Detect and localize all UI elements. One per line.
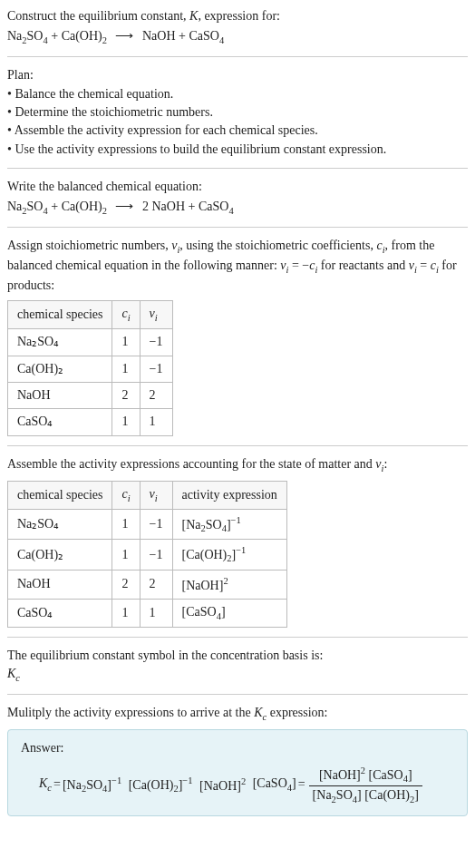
plan-title: Plan: <box>7 66 468 84</box>
table-row: Ca(OH)₂1−1 <box>8 356 173 382</box>
intro-section: Construct the equilibrium constant, K, e… <box>7 7 468 47</box>
activity-table: chemical species ci νi activity expressi… <box>7 481 287 628</box>
stoich-table: chemical species ci νi Na₂SO₄1−1 Ca(OH)₂… <box>7 300 173 435</box>
divider <box>7 56 468 57</box>
plan-bullet-2: • Determine the stoichiometric numbers. <box>7 103 468 122</box>
k-symbol: K <box>189 9 198 23</box>
species-products: NaOH + CaSO4 <box>142 29 224 43</box>
species-products: 2 NaOH + CaSO4 <box>142 200 234 213</box>
col-ci: ci <box>112 481 140 509</box>
divider <box>7 445 468 446</box>
fraction-denominator: [Na2SO4] [Ca(OH)2] <box>309 786 422 806</box>
col-species: chemical species <box>8 301 112 329</box>
activity-text: Assemble the activity expressions accoun… <box>7 455 468 475</box>
divider <box>7 227 468 228</box>
intro-text-2: , expression for: <box>198 9 280 23</box>
answer-label: Answer: <box>21 739 454 757</box>
table-row: Na₂SO₄1−1 <box>8 329 173 356</box>
col-species: chemical species <box>8 481 112 509</box>
intro-text-1: Construct the equilibrium constant, <box>7 9 189 23</box>
activity-expr: [CaSO4] <box>172 599 286 627</box>
divider <box>7 637 468 638</box>
species-caoh2: + Ca(OH)2 <box>48 200 107 213</box>
balanced-equation: Na2SO4 + Ca(OH)2 ⟶ 2 NaOH + CaSO4 <box>7 198 468 218</box>
table-row: Na₂SO₄1−1 [Na2SO4]−1 <box>8 509 287 540</box>
multiply-text: Mulitply the activity expressions to arr… <box>7 704 468 724</box>
kc-symbol-section: The equilibrium constant symbol in the c… <box>7 647 468 685</box>
assign-text: Assign stoichiometric numbers, νi, using… <box>7 237 468 295</box>
col-ci: ci <box>112 301 140 329</box>
reaction-arrow-icon: ⟶ <box>110 29 139 43</box>
activity-section: Assemble the activity expressions accoun… <box>7 455 468 628</box>
table-row: NaOH22 <box>8 383 173 409</box>
term-naoh: [NaOH]2 <box>199 775 246 795</box>
table-row: NaOH22 [NaOH]2 <box>8 571 287 600</box>
answer-box: Answer: Kc = [Na2SO4]−1 [Ca(OH)2]−1 [NaO… <box>7 729 468 816</box>
col-nui: νi <box>140 301 172 329</box>
plan-bullet-3: • Assemble the activity expression for e… <box>7 122 468 140</box>
table-row: Ca(OH)₂1−1 [Ca(OH)2]−1 <box>8 540 287 571</box>
species-caoh2: + Ca(OH)2 <box>48 29 107 43</box>
table-header-row: chemical species ci νi activity expressi… <box>8 481 287 509</box>
col-activity: activity expression <box>172 481 286 509</box>
divider <box>7 168 468 169</box>
intro-line: Construct the equilibrium constant, K, e… <box>7 7 468 25</box>
table-row: CaSO₄11 [CaSO4] <box>8 599 287 627</box>
unbalanced-equation: Na2SO4 + Ca(OH)2 ⟶ NaOH + CaSO4 <box>7 27 468 47</box>
kc-expression: Kc = [Na2SO4]−1 [Ca(OH)2]−1 [NaOH]2 [CaS… <box>21 764 454 807</box>
kc-symbol-text: The equilibrium constant symbol in the c… <box>7 647 468 665</box>
reaction-arrow-icon: ⟶ <box>110 200 139 213</box>
plan-bullet-1: • Balance the chemical equation. <box>7 85 468 103</box>
activity-expr: [NaOH]2 <box>172 571 286 600</box>
plan-section: Plan: • Balance the chemical equation. •… <box>7 66 468 158</box>
col-nui: νi <box>140 481 172 509</box>
activity-expr: [Na2SO4]−1 <box>172 509 286 540</box>
kc-fraction: [NaOH]2 [CaSO4] [Na2SO4] [Ca(OH)2] <box>309 764 422 807</box>
term-caso4: [CaSO4] <box>253 775 296 795</box>
multiply-section: Mulitply the activity expressions to arr… <box>7 704 468 816</box>
activity-expr: [Ca(OH)2]−1 <box>172 540 286 571</box>
plan-bullet-4: • Use the activity expressions to build … <box>7 141 468 159</box>
assign-section: Assign stoichiometric numbers, νi, using… <box>7 237 468 436</box>
species-na2so4: Na2SO4 <box>7 200 48 213</box>
term-caoh2: [Ca(OH)2]−1 <box>129 774 193 796</box>
divider <box>7 694 468 695</box>
table-header-row: chemical species ci νi <box>8 301 173 329</box>
kc-symbol: Kc <box>7 665 468 685</box>
balanced-section: Write the balanced chemical equation: Na… <box>7 178 468 218</box>
kc-lhs: Kc <box>39 775 52 795</box>
fraction-numerator: [NaOH]2 [CaSO4] <box>309 764 422 787</box>
balanced-title: Write the balanced chemical equation: <box>7 178 468 196</box>
table-row: CaSO₄11 <box>8 409 173 435</box>
species-na2so4: Na2SO4 <box>7 29 48 43</box>
term-na2so4: [Na2SO4]−1 <box>63 774 121 796</box>
